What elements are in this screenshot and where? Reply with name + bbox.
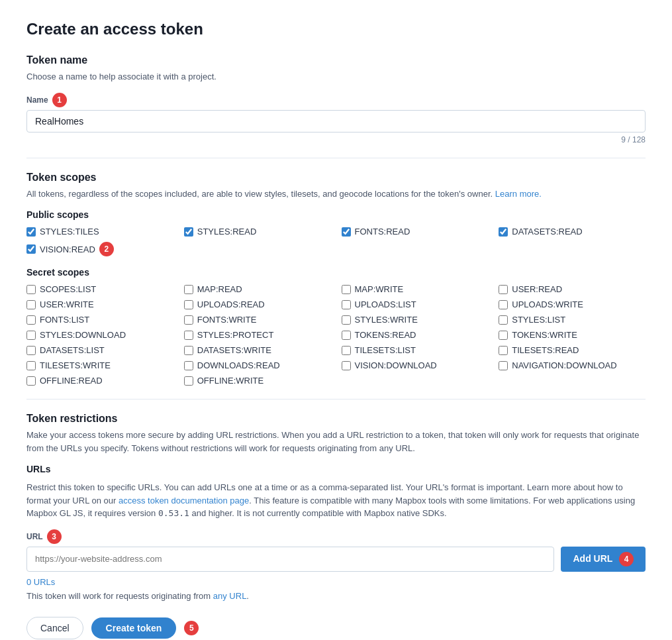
secret-scope-item: VISION:DOWNLOAD [342,360,489,370]
secret-scopes-grid: SCOPES:LISTMAP:READMAP:WRITEUSER:READUSE… [26,284,646,386]
token-name-input[interactable] [26,110,646,133]
secret-scope-item: TOKENS:READ [342,330,489,340]
public-scope-item: FONTS:READ [342,227,489,237]
badge-5: 5 [184,621,199,635]
url-field-label: URL 3 [26,529,646,544]
learn-more-link[interactable]: Learn more. [495,189,542,199]
badge-4: 4 [619,552,634,566]
secret-scope-checkbox[interactable] [342,285,351,294]
public-scope-checkbox[interactable] [184,227,193,237]
secret-scope-label: NAVIGATION:DOWNLOAD [512,360,616,370]
secret-scope-label: OFFLINE:WRITE [197,376,264,386]
secret-scope-label: VISION:DOWNLOAD [355,360,437,370]
secret-scope-checkbox[interactable] [184,346,193,355]
secret-scope-checkbox[interactable] [342,315,351,325]
urls-title: URLs [26,464,646,474]
token-restrictions-description: Make your access tokens more secure by a… [26,429,646,454]
secret-scope-label: UPLOADS:WRITE [512,299,583,309]
secret-scope-item: FONTS:LIST [26,315,173,325]
footer-buttons: Cancel Create token 5 [26,617,646,639]
secret-scope-checkbox[interactable] [499,331,508,340]
secret-scope-item: UPLOADS:READ [184,299,331,309]
public-scope-label: FONTS:READ [355,227,410,237]
public-scopes-grid: STYLES:TILESSTYLES:READFONTS:READDATASET… [26,227,646,256]
secret-scope-item: DOWNLOADS:READ [184,360,331,370]
token-restrictions-section: Token restrictions Make your access toke… [26,413,646,601]
secret-scope-item: USER:READ [499,284,646,294]
name-field-label: Name 1 [26,93,646,107]
secret-scope-checkbox[interactable] [26,376,36,386]
secret-scope-checkbox[interactable] [499,361,508,370]
badge-1: 1 [52,93,67,107]
token-name-title: Token name [26,54,646,66]
secret-scopes-title: Secret scopes [26,267,646,278]
char-count: 9 / 128 [26,135,646,144]
public-scope-item: STYLES:TILES [26,227,173,237]
cancel-button[interactable]: Cancel [26,617,83,639]
public-scope-item: DATASETS:READ [499,227,646,237]
secret-scope-checkbox[interactable] [342,346,351,355]
secret-scope-label: FONTS:LIST [40,315,89,325]
secret-scope-checkbox[interactable] [26,315,36,325]
secret-scope-checkbox[interactable] [184,331,193,340]
public-scope-label: DATASETS:READ [512,227,582,237]
secret-scope-item: TOKENS:WRITE [499,330,646,340]
secret-scope-checkbox[interactable] [26,285,36,294]
badge-2: 2 [99,242,114,256]
secret-scope-label: MAP:READ [197,284,242,294]
public-scope-label: STYLES:TILES [40,227,99,237]
secret-scope-label: TILESETS:WRITE [40,360,111,370]
secret-scope-checkbox[interactable] [184,315,193,325]
secret-scope-checkbox[interactable] [184,300,193,309]
secret-scope-item: STYLES:PROTECT [184,330,331,340]
any-url-text: This token will work for requests origin… [26,591,646,601]
secret-scope-checkbox[interactable] [499,315,508,325]
secret-scope-item: USER:WRITE [26,299,173,309]
urls-description: Restrict this token to specific URLs. Yo… [26,481,646,520]
secret-scope-item: UPLOADS:WRITE [499,299,646,309]
secret-scope-item: STYLES:WRITE [342,315,489,325]
secret-scope-checkbox[interactable] [184,285,193,294]
secret-scope-checkbox[interactable] [499,300,508,309]
secret-scope-checkbox[interactable] [342,331,351,340]
docs-link[interactable]: access token documentation page [119,496,249,506]
secret-scope-checkbox[interactable] [26,331,36,340]
public-scope-checkbox[interactable] [499,227,508,237]
badge-3: 3 [47,529,62,544]
url-input[interactable] [26,547,554,572]
secret-scope-label: TOKENS:WRITE [512,330,577,340]
secret-scope-checkbox[interactable] [499,346,508,355]
secret-scope-label: TILESETS:LIST [355,345,416,355]
page-title: Create an access token [26,20,646,38]
any-url-highlight: any URL [213,591,247,601]
url-row: Add URL 4 [26,547,646,572]
secret-scope-item: STYLES:DOWNLOAD [26,330,173,340]
public-scope-label: VISION:READ [40,244,95,254]
secret-scope-label: TOKENS:READ [355,330,416,340]
create-token-button[interactable]: Create token [91,617,177,639]
secret-scope-label: UPLOADS:READ [197,299,265,309]
url-count: 0 URLs [26,577,646,587]
public-scope-checkbox[interactable] [342,227,351,237]
secret-scope-label: STYLES:PROTECT [197,330,274,340]
secret-scope-item: OFFLINE:WRITE [184,376,331,386]
secret-scope-checkbox[interactable] [342,300,351,309]
secret-scope-checkbox[interactable] [184,376,193,386]
public-scope-checkbox[interactable] [26,227,36,237]
secret-scope-item: UPLOADS:LIST [342,299,489,309]
token-name-section: Token name Choose a name to help associa… [26,54,646,144]
public-scope-item: VISION:READ2 [26,242,173,256]
secret-scope-checkbox[interactable] [499,285,508,294]
secret-scope-checkbox[interactable] [26,300,36,309]
add-url-button[interactable]: Add URL 4 [561,547,646,572]
secret-scope-checkbox[interactable] [26,361,36,370]
token-scopes-description: All tokens, regardless of the scopes inc… [26,187,646,201]
secret-scope-checkbox[interactable] [184,361,193,370]
secret-scope-item: DATASETS:WRITE [184,345,331,355]
public-scope-checkbox[interactable] [26,244,36,254]
secret-scope-item: TILESETS:WRITE [26,360,173,370]
secret-scope-item: STYLES:LIST [499,315,646,325]
token-restrictions-title: Token restrictions [26,413,646,425]
secret-scope-checkbox[interactable] [342,361,351,370]
secret-scope-checkbox[interactable] [26,346,36,355]
